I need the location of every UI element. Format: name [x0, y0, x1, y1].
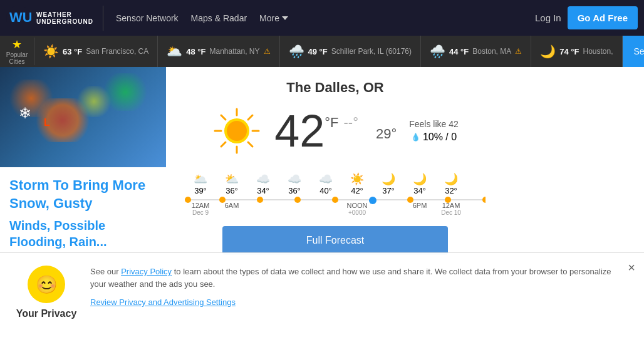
logo-weather: WEATHER: [36, 11, 93, 18]
svg-line-7: [248, 142, 252, 147]
boston-temp: 44 °F: [449, 47, 469, 56]
header-right: Log In Go Ad Free: [535, 6, 638, 29]
sf-weather-icon: ☀️: [43, 44, 59, 59]
ny-temp: 48 °F: [186, 47, 205, 56]
popular-cities-button[interactable]: ★ Popular Cities: [0, 38, 34, 65]
boston-warning-icon: ⚠: [515, 47, 522, 56]
radar-blob-4: [100, 73, 150, 111]
svg-point-11: [227, 121, 247, 141]
star-icon: ★: [12, 38, 22, 51]
wu-logo-icon: WU: [6, 6, 31, 31]
privacy-title: Your Privacy: [16, 308, 77, 319]
dot-6: [407, 197, 413, 203]
city-item-il[interactable]: 🌧️ 49 °F Schiller Park, IL (60176): [280, 36, 422, 67]
news-subtitle: Winds, Possible Flooding, Rain...: [9, 217, 157, 250]
h7-icon: 🌙: [413, 172, 427, 186]
hour-col-3: ☁️: [279, 172, 310, 186]
go-ad-free-button[interactable]: Go Ad Free: [568, 6, 638, 29]
chevron-down-icon: [282, 16, 288, 20]
noon-time-label: NOON: [341, 202, 373, 209]
timeline-bar: [185, 199, 486, 200]
dot-1: [219, 197, 226, 203]
city-item-houston[interactable]: 🌙 74 °F Houston,: [531, 36, 622, 67]
h3-temp: 36°: [279, 186, 310, 195]
close-privacy-button[interactable]: ×: [628, 261, 635, 275]
dot-0: [185, 197, 191, 203]
ny-name: Manhattan, NY: [209, 47, 259, 56]
city-item-ny[interactable]: 🌥️ 48 °F Manhattan, NY ⚠: [158, 36, 279, 67]
snowflake-icon: ❄: [19, 105, 31, 122]
time-col-3: [279, 202, 310, 216]
h2-temp: 34°: [247, 186, 279, 195]
hour-col-2: ☁️: [247, 172, 279, 186]
nav-sensor-network[interactable]: Sensor Network: [116, 13, 179, 23]
logo-underground: UNDERGROUND: [36, 18, 93, 25]
h7-time: 6PM: [404, 202, 435, 209]
current-temp: 42: [274, 108, 325, 153]
rain-drop-icon: 💧: [411, 133, 420, 142]
time-col-noon: NOON +0000: [341, 202, 373, 216]
cities-label: Cities: [9, 58, 24, 65]
see-our-text: See our: [90, 267, 119, 276]
h1-icon: ⛅: [225, 172, 239, 186]
h8-time: 12AM: [435, 202, 467, 209]
il-name: Schiller Park, IL (60176): [331, 47, 412, 56]
h8-date: Dec 10: [435, 209, 467, 216]
privacy-policy-link[interactable]: Privacy Policy: [121, 267, 172, 276]
sf-name: San Francisco, CA: [86, 47, 148, 56]
h0-temp: 39°: [185, 186, 216, 195]
hour-col-0: 🌥️: [185, 172, 216, 186]
popular-label: Popular: [6, 51, 28, 58]
h4-temp: 40°: [310, 186, 341, 195]
logo[interactable]: WU WEATHER UNDERGROUND: [6, 6, 103, 31]
boston-weather-icon: 🌧️: [430, 44, 445, 59]
weather-details: Feels like 42 💧 10% / 0: [409, 119, 459, 143]
dot-3: [294, 197, 301, 203]
dot-noon: [369, 197, 377, 204]
svg-text:WU: WU: [9, 9, 31, 25]
dot-4: [332, 197, 338, 203]
map-background: ❄ L: [0, 67, 166, 167]
h0-date: Dec 9: [185, 209, 216, 216]
feels-like: Feels like 42: [409, 119, 459, 129]
hi-temp: 29°: [376, 126, 397, 142]
nav-maps-radar[interactable]: Maps & Radar: [191, 13, 247, 23]
login-button[interactable]: Log In: [535, 13, 561, 23]
nav-more[interactable]: More: [259, 13, 288, 23]
h2-icon: ☁️: [256, 172, 270, 186]
houston-temp: 74 °F: [559, 47, 579, 56]
houston-weather-icon: 🌙: [540, 44, 556, 59]
hourly-timeline: [185, 199, 486, 200]
nav-more-label: More: [259, 13, 279, 23]
il-temp: 49 °F: [308, 47, 328, 56]
precip-row: 💧 10% / 0: [411, 132, 457, 143]
h6-temp: 37°: [373, 186, 404, 195]
review-privacy-link[interactable]: Review Privacy and Advertising Settings: [90, 297, 629, 307]
svg-line-8: [248, 115, 252, 120]
il-weather-icon: 🌧️: [289, 44, 304, 59]
h1-time: 6AM: [216, 202, 247, 209]
h0-icon: 🌥️: [194, 172, 207, 186]
hour-col-1: ⛅: [216, 172, 247, 186]
logo-text: WEATHER UNDERGROUND: [36, 11, 93, 25]
warning-icon: ⚠: [264, 47, 271, 56]
hour-col-7: 🌙: [404, 172, 435, 186]
city-item-boston[interactable]: 🌧️ 44 °F Boston, MA ⚠: [421, 36, 531, 67]
boston-name: Boston, MA: [472, 47, 511, 56]
current-sun-icon: [212, 106, 262, 156]
time-col-6: [373, 202, 404, 216]
full-forecast-button[interactable]: Full Forecast: [222, 226, 448, 255]
privacy-icon-area: 😊 Your Privacy: [15, 266, 78, 319]
city-item-sf[interactable]: ☀️ 63 °F San Francisco, CA: [34, 36, 158, 67]
h5-icon: ☀️: [350, 172, 364, 186]
hour-col-6: 🌙: [373, 172, 404, 186]
time-col-4: [310, 202, 341, 216]
current-weather: 42 °F --° 29° Feels like 42 💧 10% / 0: [212, 106, 459, 156]
privacy-description: See our Privacy Policy to learn about th…: [90, 266, 629, 290]
search-button[interactable]: Search: [623, 36, 644, 67]
h3-icon: ☁️: [288, 172, 301, 186]
precip-chance: 10% / 0: [423, 132, 457, 143]
ny-weather-icon: 🌥️: [167, 44, 182, 59]
main-nav: Sensor Network Maps & Radar More: [103, 13, 535, 23]
h4-icon: ☁️: [319, 172, 333, 186]
